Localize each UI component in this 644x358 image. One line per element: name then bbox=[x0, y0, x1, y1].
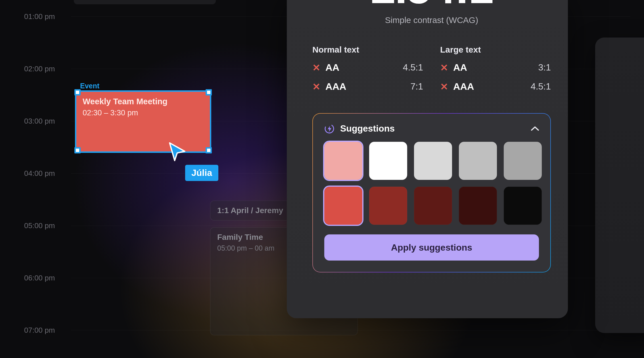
fail-icon: ✕ bbox=[440, 82, 448, 91]
hour-label: 02:00 pm bbox=[24, 64, 55, 73]
wcag-column: Normal text✕AA4.5:1✕AAA7:1 bbox=[312, 45, 423, 100]
wcag-column-head: Normal text bbox=[312, 45, 423, 55]
fail-icon: ✕ bbox=[312, 63, 320, 72]
resize-handle-br[interactable] bbox=[206, 147, 212, 153]
hour-label: 05:00 pm bbox=[24, 221, 55, 230]
time-axis: 01:00 pm02:00 pm03:00 pm04:00 pm05:00 pm… bbox=[0, 0, 71, 358]
event-title: Weekly Team Meeting bbox=[83, 97, 204, 106]
wcag-required-ratio: 4.5:1 bbox=[403, 62, 423, 73]
color-swatch[interactable] bbox=[324, 187, 362, 225]
suggestions-title: Suggestions bbox=[340, 123, 395, 134]
wcag-level: AA bbox=[453, 62, 467, 73]
fail-icon: ✕ bbox=[440, 63, 448, 72]
swatch-row bbox=[324, 142, 539, 180]
fail-icon: ✕ bbox=[312, 82, 320, 91]
app-stage: 01:00 pm02:00 pm03:00 pm04:00 pm05:00 pm… bbox=[0, 0, 644, 358]
swatch-row bbox=[324, 187, 539, 225]
hour-label: 07:00 pm bbox=[24, 326, 55, 335]
color-swatch[interactable] bbox=[369, 187, 407, 225]
color-swatch[interactable] bbox=[504, 142, 542, 180]
hour-label: 03:00 pm bbox=[24, 117, 55, 126]
wcag-required-ratio: 3:1 bbox=[538, 62, 551, 73]
wcag-check-row: ✕AA4.5:1 bbox=[312, 62, 423, 73]
suggestions-panel: Suggestions Apply suggestions bbox=[312, 113, 551, 272]
hour-label: 01:00 pm bbox=[24, 12, 55, 21]
collab-cursor-icon bbox=[169, 142, 186, 161]
wcag-column-head: Large text bbox=[440, 45, 551, 55]
event-card[interactable]: Weekly Team Meeting 02:30 – 3:30 pm bbox=[75, 90, 211, 153]
resize-handle-tr[interactable] bbox=[206, 89, 212, 95]
color-swatch[interactable] bbox=[324, 142, 362, 180]
color-swatch[interactable] bbox=[369, 142, 407, 180]
calendar-event-ghost[interactable]: 08:00 – 9:30 am bbox=[74, 0, 216, 4]
wcag-level: AA bbox=[325, 62, 339, 73]
hour-label: 06:00 pm bbox=[24, 274, 55, 282]
apply-suggestions-button[interactable]: Apply suggestions bbox=[324, 234, 539, 261]
color-swatch[interactable] bbox=[459, 142, 497, 180]
wcag-required-ratio: 7:1 bbox=[411, 81, 423, 92]
selected-event[interactable]: Event Weekly Team Meeting 02:30 – 3:30 p… bbox=[73, 86, 214, 155]
hour-label: 04:00 pm bbox=[24, 169, 55, 178]
wcag-level: AAA bbox=[325, 81, 346, 92]
color-swatch[interactable] bbox=[459, 187, 497, 225]
chevron-up-icon[interactable] bbox=[531, 124, 539, 133]
wcag-level: AAA bbox=[453, 81, 474, 92]
selection-badge: Event bbox=[80, 82, 99, 90]
bolt-icon bbox=[324, 124, 334, 134]
contrast-panel: 2.54:1 Simple contrast (WCAG) Normal tex… bbox=[287, 0, 568, 318]
contrast-subtitle: Simple contrast (WCAG) bbox=[312, 15, 551, 25]
wcag-check-row: ✕AAA7:1 bbox=[312, 81, 423, 92]
resize-handle-bl[interactable] bbox=[74, 147, 81, 153]
color-swatch[interactable] bbox=[414, 187, 452, 225]
wcag-check-row: ✕AA3:1 bbox=[440, 62, 551, 73]
wcag-required-ratio: 4.5:1 bbox=[531, 81, 551, 92]
collab-user-tag: Júlia bbox=[185, 165, 218, 181]
event-time: 02:30 – 3:30 pm bbox=[83, 109, 204, 117]
calendar: 01:00 pm02:00 pm03:00 pm04:00 pm05:00 pm… bbox=[0, 0, 290, 358]
secondary-panel-peek bbox=[595, 38, 644, 333]
resize-handle-tl[interactable] bbox=[74, 89, 81, 95]
wcag-column: Large text✕AA3:1✕AAA4.5:1 bbox=[440, 45, 551, 100]
wcag-check-row: ✕AAA4.5:1 bbox=[440, 81, 551, 92]
contrast-ratio: 2.54:1 bbox=[312, 0, 551, 14]
color-swatch[interactable] bbox=[414, 142, 452, 180]
wcag-grid: Normal text✕AA4.5:1✕AAA7:1Large text✕AA3… bbox=[312, 45, 551, 100]
swatch-grid bbox=[324, 142, 539, 225]
color-swatch[interactable] bbox=[504, 187, 542, 225]
